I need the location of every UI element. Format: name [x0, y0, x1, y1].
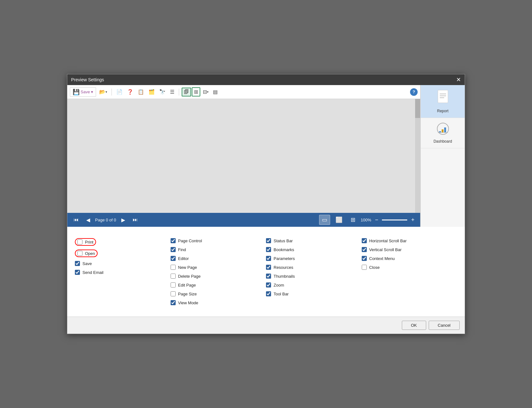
- next-page-button[interactable]: ▶: [119, 216, 128, 224]
- report-item[interactable]: Report: [421, 85, 465, 118]
- horizontal-scroll-checkbox[interactable]: [362, 238, 367, 243]
- checkbox-vertical-scroll[interactable]: Vertical Scroll Bar: [362, 247, 457, 252]
- checkbox-zoom[interactable]: Zoom: [266, 282, 362, 287]
- new-page-checkbox[interactable]: [171, 265, 176, 270]
- text-button[interactable]: 📄: [114, 88, 124, 96]
- checkbox-send-email[interactable]: Send Email: [75, 270, 171, 275]
- zoom-out-button[interactable]: −: [373, 216, 380, 224]
- thumbnails-checkbox[interactable]: [266, 274, 271, 279]
- single-view-button[interactable]: ▭: [319, 215, 330, 225]
- close-checkbox[interactable]: [362, 265, 367, 270]
- checkbox-resources[interactable]: Resources: [266, 265, 362, 270]
- prev-page-button[interactable]: ◀: [84, 216, 93, 224]
- checkbox-view-mode[interactable]: View Mode: [171, 300, 266, 305]
- editor-checkbox[interactable]: [171, 256, 176, 261]
- resources-label: Resources: [274, 265, 293, 270]
- send-email-checkbox[interactable]: [75, 270, 80, 275]
- question-button[interactable]: ❓: [125, 88, 135, 96]
- checkbox-parameters[interactable]: Parameters: [266, 256, 362, 261]
- checkbox-delete-page[interactable]: Delete Page: [171, 274, 266, 279]
- double-view-button[interactable]: ⬜: [333, 215, 345, 225]
- cancel-button[interactable]: Cancel: [429, 321, 460, 330]
- dialog-title: Preview Settings: [71, 77, 104, 82]
- separator-2: [179, 89, 179, 96]
- help-button[interactable]: ?: [410, 88, 418, 96]
- checkbox-open[interactable]: Open: [75, 250, 171, 257]
- thumbnails-label: Thumbnails: [274, 274, 295, 279]
- vertical-scroll-label: Vertical Scroll Bar: [369, 247, 402, 252]
- checkbox-col-1: Print Open Save Send Email: [75, 233, 171, 310]
- grid-button[interactable]: ⊟ ▾: [201, 88, 210, 96]
- checkbox-col-3: Status Bar Bookmarks Parameters Resource…: [266, 233, 362, 310]
- checkbox-close[interactable]: Close: [362, 265, 457, 270]
- list-button[interactable]: ☰: [168, 88, 176, 96]
- last-page-button[interactable]: ⏭: [130, 216, 140, 224]
- save-group: 💾 Save ▾: [70, 87, 96, 97]
- open-button[interactable]: 📂 ▾: [97, 88, 109, 96]
- checkbox-find[interactable]: Find: [171, 247, 266, 252]
- question-icon: ❓: [127, 89, 133, 95]
- vertical-scroll-checkbox[interactable]: [362, 247, 367, 252]
- checkbox-page-size[interactable]: Page Size: [171, 291, 266, 296]
- view-group: 🗐 ⊞ ⊟ ▾ ▤: [182, 87, 220, 96]
- save-icon: 💾: [73, 89, 80, 96]
- title-bar: Preview Settings ✕: [67, 74, 465, 85]
- context-menu-checkbox[interactable]: [362, 256, 367, 261]
- nav-bar: ⏮ ◀ Page 0 of 0 ▶ ⏭ ▭ ⬜ ⊞ 100% − +: [67, 213, 420, 227]
- svg-rect-6: [444, 127, 446, 133]
- copy-button[interactable]: 📋: [136, 88, 146, 96]
- open-circled: Open: [75, 250, 98, 257]
- checkbox-page-control[interactable]: Page Control: [171, 238, 266, 243]
- open-checkbox[interactable]: [77, 251, 82, 256]
- find-checkbox[interactable]: [171, 247, 176, 252]
- toolbar: 💾 Save ▾ 📂 ▾ 📄: [67, 85, 420, 99]
- two-page-icon: ⊞: [194, 89, 198, 95]
- zoom-checkbox[interactable]: [266, 282, 271, 287]
- edit-page-checkbox[interactable]: [171, 282, 176, 287]
- zoom-slider[interactable]: [382, 219, 407, 220]
- checkbox-save[interactable]: Save: [75, 261, 171, 266]
- checkbox-horizontal-scroll[interactable]: Horizontal Scroll Bar: [362, 238, 457, 243]
- find-button[interactable]: 🔭: [157, 88, 167, 96]
- page-info: Page 0 of 0: [95, 218, 116, 222]
- save-checkbox[interactable]: [75, 261, 80, 266]
- tool-bar-checkbox[interactable]: [266, 291, 271, 296]
- first-page-button[interactable]: ⏮: [71, 216, 81, 224]
- checkbox-edit-page[interactable]: Edit Page: [171, 282, 266, 287]
- checkbox-bookmarks[interactable]: Bookmarks: [266, 247, 362, 252]
- checkbox-status-bar[interactable]: Status Bar: [266, 238, 362, 243]
- close-icon[interactable]: ✕: [456, 77, 461, 83]
- checkbox-col-2: Page Control Find Editor New Page Delete…: [171, 233, 266, 310]
- bookmarks-checkbox[interactable]: [266, 247, 271, 252]
- page-control-checkbox[interactable]: [171, 238, 176, 243]
- report-label: Report: [437, 109, 448, 113]
- save-button[interactable]: 💾 Save ▾: [70, 87, 96, 97]
- checkbox-print[interactable]: Print: [75, 238, 171, 246]
- page-size-checkbox[interactable]: [171, 291, 176, 296]
- zoom-in-button[interactable]: +: [409, 216, 416, 224]
- view-mode-checkbox[interactable]: [171, 300, 176, 305]
- dashboard-item[interactable]: Dashboard: [421, 118, 465, 148]
- delete-page-checkbox[interactable]: [171, 274, 176, 279]
- scrollbar-track[interactable]: [415, 99, 420, 213]
- columns-button[interactable]: 🗂️: [147, 88, 157, 96]
- status-bar-checkbox[interactable]: [266, 238, 271, 243]
- svg-rect-0: [438, 90, 448, 103]
- scrollbar-thumb[interactable]: [415, 99, 420, 118]
- sidebar-button[interactable]: ▤: [211, 88, 220, 96]
- checkbox-editor[interactable]: Editor: [171, 256, 266, 261]
- print-checkbox[interactable]: [77, 239, 82, 244]
- two-page-button[interactable]: ⊞: [192, 87, 200, 96]
- single-page-button[interactable]: 🗐: [182, 88, 191, 96]
- grid-view-button[interactable]: ⊞: [348, 215, 358, 225]
- parameters-checkbox[interactable]: [266, 256, 271, 261]
- checkbox-tool-bar[interactable]: Tool Bar: [266, 291, 362, 296]
- checkbox-new-page[interactable]: New Page: [171, 265, 266, 270]
- resources-checkbox[interactable]: [266, 265, 271, 270]
- left-panel: 💾 Save ▾ 📂 ▾ 📄: [67, 85, 420, 227]
- svg-rect-5: [442, 129, 444, 133]
- footer: OK Cancel: [67, 317, 465, 334]
- ok-button[interactable]: OK: [402, 321, 426, 330]
- checkbox-context-menu[interactable]: Context Menu: [362, 256, 457, 261]
- checkbox-thumbnails[interactable]: Thumbnails: [266, 274, 362, 279]
